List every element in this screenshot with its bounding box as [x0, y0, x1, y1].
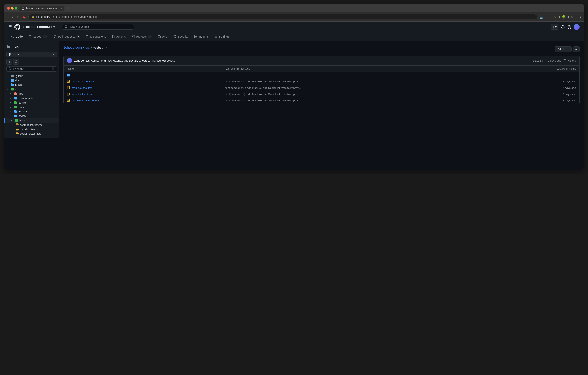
folder-icon	[14, 105, 17, 109]
reader-mode-icon[interactable]: ⊙	[557, 15, 560, 19]
notifications-icon[interactable]	[561, 24, 565, 29]
nav-security[interactable]: Security	[170, 32, 191, 41]
nav-issues[interactable]: Issues 22	[26, 32, 51, 41]
file-link[interactable]: contact-list.test.tsx	[72, 80, 94, 83]
tree-item-app[interactable]: › app	[4, 91, 59, 96]
sidebar-toggle-icon[interactable]: ☰	[575, 15, 578, 19]
tree-item-docs[interactable]: › docs	[4, 78, 59, 83]
tree-item-contact-test[interactable]: contact-list.test.tsx	[4, 123, 59, 127]
wiki-icon	[158, 35, 161, 38]
add-file-button[interactable]: Add file ▾	[555, 46, 572, 52]
new-tab-button[interactable]: +	[65, 6, 70, 11]
menu-icon[interactable]: ≡	[579, 15, 581, 19]
file-tree: › .github › docs	[4, 74, 59, 136]
traffic-lights	[7, 7, 17, 10]
minimize-window-button[interactable]	[11, 7, 13, 10]
go-to-file-input[interactable]: Go to file t	[6, 66, 57, 72]
file-link[interactable]: map-box.test.tsx	[72, 86, 92, 89]
commit-date-cell: 2 days ago	[542, 86, 576, 89]
download-icon[interactable]: ⬇	[567, 15, 570, 19]
brave-alert-icon[interactable]: ⚠	[554, 15, 556, 18]
fb-trailing-sep: /	[102, 46, 103, 49]
extensions-icon[interactable]: 🧩	[562, 15, 565, 19]
new-file-button[interactable]: +	[6, 59, 12, 65]
reload-button[interactable]: ↻	[15, 14, 20, 20]
gh-owner-link[interactable]: 1chooo	[23, 25, 33, 29]
nav-wiki[interactable]: Wiki	[155, 32, 170, 41]
nav-projects[interactable]: Projects 1	[129, 32, 155, 41]
commit-msg-cell: test(component): add MapBox and SocialLi…	[225, 99, 542, 102]
tree-item-src[interactable]: ∨ src	[4, 87, 59, 91]
gh-new-button[interactable]: + ▾	[551, 24, 558, 30]
gh-logo	[14, 24, 20, 30]
gh-search-box[interactable]: Type / to search	[62, 24, 134, 30]
sidebar: Files main ▾ +	[4, 41, 59, 138]
tree-item-interface[interactable]: › interface	[4, 109, 59, 114]
issue-icon	[29, 35, 32, 38]
gh-hamburger-icon[interactable]: ☰	[9, 24, 12, 29]
tree-item-label: public	[15, 83, 22, 87]
table-row: contact-list.test.tsx test(component): a…	[63, 78, 579, 85]
file-name-cell: contact-list.test.tsx	[67, 80, 225, 83]
brave-shield-icon[interactable]: 🛡	[549, 15, 552, 19]
nav-discussions[interactable]: Discussions	[83, 32, 109, 41]
user-avatar[interactable]	[574, 24, 579, 30]
nav-pullrequests[interactable]: Pull requests 2	[51, 32, 83, 41]
tree-item-enum[interactable]: › enum	[4, 105, 59, 109]
nav-wiki-label: Wiki	[162, 35, 168, 38]
share-icon[interactable]: ⬆	[545, 15, 547, 19]
file-name-cell: ..	[67, 74, 225, 77]
test-file-icon	[16, 128, 19, 131]
go-to-file-search-icon	[9, 67, 12, 70]
history-button[interactable]: History	[564, 59, 576, 62]
file-name-cell: map-box.test.tsx	[67, 86, 225, 89]
nav-code[interactable]: Code	[9, 32, 26, 41]
pull-request-icon	[567, 25, 571, 29]
maximize-window-button[interactable]	[15, 7, 17, 10]
tree-item-tests[interactable]: ∨ tests	[4, 118, 59, 123]
file-link[interactable]: social-list.test.tsx	[72, 93, 92, 96]
folder-icon	[11, 74, 14, 77]
split-view-icon[interactable]: ⧉	[571, 15, 573, 19]
projects-icon	[132, 35, 135, 38]
browser-tab[interactable]: 1chooo.com/src/tests at mai... ×	[20, 6, 64, 11]
tree-item-github[interactable]: › .github	[4, 74, 59, 78]
back-button[interactable]: ‹	[7, 14, 10, 20]
more-options-button[interactable]: ···	[573, 46, 579, 52]
file-table: Name Last commit message Last commit dat…	[63, 66, 579, 104]
cast-icon[interactable]: 📺	[539, 15, 543, 19]
folder-open-icon	[11, 88, 14, 91]
commit-author-name[interactable]: 1chooo	[74, 59, 84, 62]
tree-item-mapbox-test[interactable]: map-box.test.tsx	[4, 127, 59, 132]
commit-expand-icon[interactable]: ···	[177, 59, 179, 62]
forward-button[interactable]: ›	[11, 14, 14, 20]
search-files-button[interactable]	[13, 59, 19, 65]
gh-repo-link[interactable]: 1chooo.com	[37, 25, 55, 29]
nav-settings[interactable]: Settings	[212, 32, 232, 41]
close-window-button[interactable]	[7, 7, 10, 10]
repo-nav: Code Issues 22 Pull requests 2	[4, 32, 584, 41]
bookmark-button[interactable]: 🔖	[21, 14, 27, 20]
tab-close-button[interactable]: ×	[61, 7, 62, 10]
commit-hash[interactable]: 7521518	[531, 59, 543, 62]
address-bar[interactable]: 🔒 github.com/1chooo/1chooo.com/tree/main…	[28, 14, 537, 20]
nav-actions[interactable]: Actions	[109, 32, 129, 41]
copy-path-icon[interactable]: ⧉	[105, 46, 107, 49]
chevron-right-icon: ›	[10, 97, 13, 99]
fb-owner-link[interactable]: 1chooo.com	[63, 46, 82, 49]
file-link[interactable]: sort-blogs-by-date.test.ts	[72, 99, 102, 102]
tree-item-config[interactable]: › config	[4, 100, 59, 105]
tree-item-social-test[interactable]: social-list.test.tsx	[4, 132, 59, 136]
branch-selector[interactable]: main ▾	[6, 52, 57, 57]
issues-badge: 22	[43, 35, 48, 38]
nav-insights[interactable]: Insights	[191, 32, 212, 41]
tree-item-components[interactable]: › components	[4, 96, 59, 100]
tree-item-styles[interactable]: › styles	[4, 114, 59, 118]
tree-item-public[interactable]: › public	[4, 83, 59, 87]
commit-msg-cell: test(component): add MapBox and SocialLi…	[225, 80, 542, 83]
pr-icon[interactable]	[567, 24, 571, 29]
file-table-header: Name Last commit message Last commit dat…	[63, 66, 579, 72]
parent-dir-link[interactable]: ..	[72, 74, 73, 77]
nav-insights-label: Insights	[199, 35, 209, 38]
fb-src-link[interactable]: src	[85, 46, 90, 49]
